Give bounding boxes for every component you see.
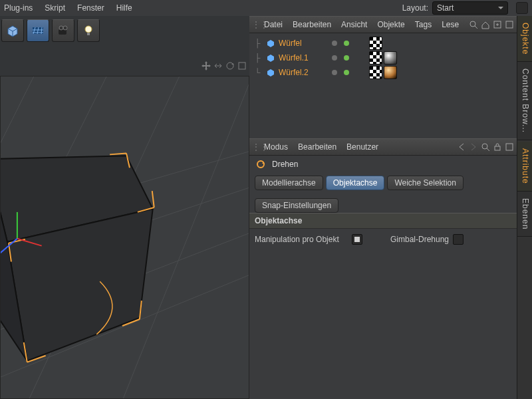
material-tag-checker[interactable] (369, 51, 382, 65)
tab-modellierachse[interactable]: Modellierachse (255, 176, 323, 190)
svg-point-2 (59, 26, 63, 30)
object-name[interactable]: Würfel.2 (279, 68, 319, 77)
chevron-down-icon (498, 5, 503, 11)
tool-floor-button[interactable] (27, 19, 49, 42)
svg-rect-7 (239, 63, 245, 69)
frame-icon[interactable] (237, 61, 247, 70)
attribute-tabs: Modellierachse Objektachse Weiche Selekt… (249, 173, 517, 213)
viewport-content (1, 76, 249, 399)
svg-point-4 (85, 26, 92, 33)
expand-icon[interactable] (493, 20, 502, 29)
grip-icon[interactable]: ⋮⋮ (252, 20, 260, 29)
menu-plugins[interactable]: Plug-ins (4, 3, 33, 13)
objmenu-tags[interactable]: Tags (415, 20, 432, 29)
object-row[interactable]: ├ Würfel.1 (249, 51, 517, 65)
tab-weiche-selektion[interactable]: Weiche Selektion (387, 176, 464, 190)
home-icon[interactable] (481, 20, 490, 29)
light-icon (81, 23, 96, 38)
menu-fenster[interactable]: Fenster (77, 3, 104, 13)
svg-point-32 (257, 161, 264, 168)
grip-icon[interactable]: ⋮⋮ (252, 142, 260, 152)
lock-icon[interactable] (493, 142, 502, 152)
cube-object-icon (265, 53, 276, 63)
floor-icon (31, 23, 45, 38)
layout-selector: Layout: Start (402, 1, 528, 15)
sidetab-ebenen[interactable]: Ebenen (517, 192, 532, 237)
tool-cube-button[interactable] (1, 19, 24, 42)
svg-line-23 (475, 26, 477, 29)
tree-branch-icon: └ (249, 68, 265, 77)
svg-rect-27 (506, 21, 513, 28)
sidetab-attribute[interactable]: Attribute (517, 142, 532, 192)
render-dot[interactable] (344, 55, 349, 61)
attribute-panel-menubar: ⋮⋮ Modus Bearbeiten Benutzer (249, 138, 517, 156)
svg-rect-30 (495, 146, 500, 150)
layout-reset-button[interactable] (516, 2, 528, 14)
sidetab-content[interactable]: Content Brow... (517, 62, 532, 140)
svg-point-28 (482, 144, 487, 149)
nav-fwd-icon[interactable] (469, 142, 478, 152)
object-name[interactable]: Würfel.1 (279, 53, 319, 63)
cube-object-icon (265, 38, 276, 49)
object-name[interactable]: Würfel (279, 39, 319, 48)
prop-manipulation-label: Manipulation pro Objekt (255, 235, 348, 244)
left-area (0, 16, 249, 399)
object-panel-menubar: ⋮⋮ Datei Bearbeiten Ansicht Objekte Tags… (249, 16, 517, 33)
attribute-body: Manipulation pro Objekt Gimbal-Drehung (249, 229, 517, 399)
svg-point-22 (470, 21, 475, 27)
objmenu-bearbeiten[interactable]: Bearbeiten (293, 20, 331, 29)
section-header: Objektachse (249, 213, 517, 229)
zoom-icon[interactable] (213, 61, 223, 70)
visibility-dot[interactable] (332, 55, 337, 61)
visibility-dot[interactable] (332, 41, 337, 46)
tool-camera-button[interactable] (52, 19, 74, 42)
viewport-3d[interactable] (0, 76, 249, 399)
rotate-tool-icon (255, 158, 267, 170)
attrmenu-bearbeiten[interactable]: Bearbeiten (298, 142, 336, 152)
cube-object-icon (265, 67, 276, 78)
material-tag-sphere[interactable] (384, 51, 397, 65)
prop-manipulation-checkbox[interactable] (352, 234, 362, 245)
tab-objektachse[interactable]: Objektachse (326, 176, 385, 190)
visibility-dot[interactable] (332, 70, 337, 75)
svg-line-29 (487, 148, 489, 151)
maximize-icon[interactable] (505, 142, 514, 152)
svg-rect-5 (87, 33, 90, 35)
cube-icon (5, 23, 20, 38)
tab-snap-einstellungen[interactable]: Snap-Einstellungen (255, 198, 338, 213)
tool-name: Drehen (272, 160, 298, 169)
tool-title-row: Drehen (249, 156, 517, 173)
prop-gimbal-checkbox[interactable] (453, 234, 464, 245)
object-row[interactable]: ├ Würfel (249, 36, 517, 51)
menu-skript[interactable]: Skript (45, 3, 65, 13)
object-list: ├ Würfel ├ Würfel.1 └ Würfel.2 (249, 33, 517, 138)
objmenu-ansicht[interactable]: Ansicht (341, 20, 367, 29)
object-row[interactable]: └ Würfel.2 (249, 65, 517, 80)
search-icon[interactable] (481, 142, 490, 152)
rotate-icon[interactable] (225, 61, 235, 70)
object-toolbar (0, 16, 249, 45)
side-tab-strip: Objekte Content Brow... Attribute Ebenen (517, 16, 532, 399)
prop-gimbal-label: Gimbal-Drehung (390, 235, 449, 244)
layout-label: Layout: (402, 3, 428, 13)
layout-dropdown[interactable]: Start (432, 1, 508, 15)
render-dot[interactable] (344, 70, 349, 75)
material-tag-checker[interactable] (369, 66, 382, 79)
objmenu-objekte[interactable]: Objekte (377, 20, 404, 29)
render-dot[interactable] (344, 41, 349, 46)
nav-back-icon[interactable] (457, 142, 466, 152)
move-icon[interactable] (201, 61, 211, 70)
maximize-icon[interactable] (505, 20, 514, 29)
tool-light-button[interactable] (77, 19, 100, 42)
objmenu-lese[interactable]: Lese (442, 20, 459, 29)
attrmenu-benutzer[interactable]: Benutzer (346, 142, 378, 152)
sidetab-objekte[interactable]: Objekte (517, 16, 532, 62)
material-tag-copper[interactable] (384, 66, 397, 79)
material-tag-checker[interactable] (369, 37, 382, 50)
tree-branch-icon: ├ (249, 39, 265, 48)
svg-rect-31 (506, 144, 513, 150)
right-panels: ⋮⋮ Datei Bearbeiten Ansicht Objekte Tags… (249, 16, 517, 399)
camera-icon (56, 23, 70, 38)
search-icon[interactable] (469, 20, 478, 29)
menu-hilfe[interactable]: Hilfe (116, 3, 132, 13)
